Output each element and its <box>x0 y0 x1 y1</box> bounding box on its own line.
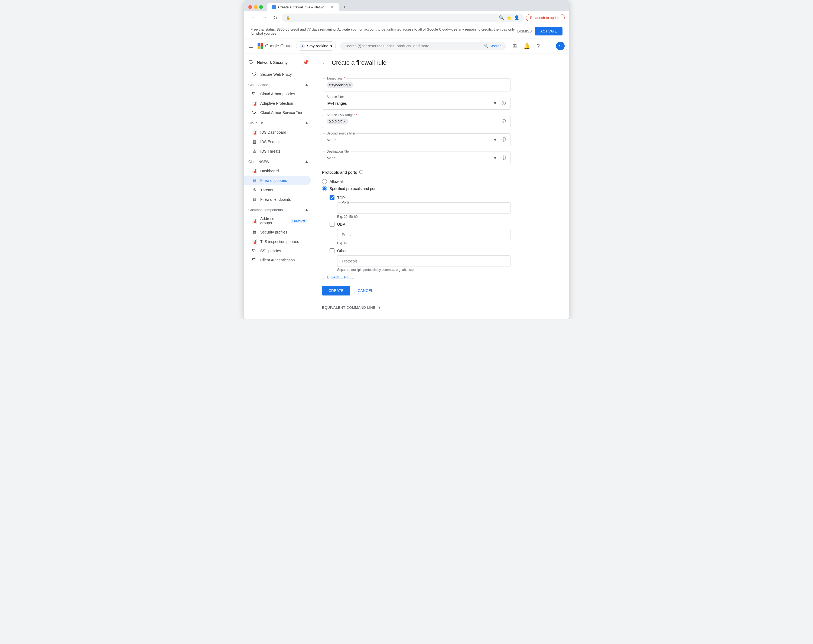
relaunch-button[interactable]: Relaunch to update <box>526 14 564 21</box>
specified-radio[interactable] <box>322 186 327 191</box>
address-bar-icons: 🔍 ⭐ 👤 <box>499 15 519 20</box>
top-search-input[interactable] <box>345 44 482 48</box>
user-avatar[interactable]: S <box>556 42 564 50</box>
destination-filter-box[interactable]: Destination filter None ▼ ⓘ <box>322 151 511 164</box>
disable-rule-link[interactable]: ⌄ DISABLE RULE <box>322 275 511 279</box>
source-filter-label: Source filter <box>325 95 345 99</box>
notification-icon[interactable]: 🔔 <box>522 41 532 51</box>
equivalent-command-line[interactable]: EQUIVALENT COMMAND LINE ▼ <box>322 302 511 313</box>
source-ipv4-remove-icon[interactable]: × <box>344 119 346 124</box>
cloud-armor-section-header[interactable]: Cloud Armor ▲ <box>244 80 313 89</box>
reload-button[interactable]: ↻ <box>271 14 279 22</box>
sidebar-item-tls-inspection[interactable]: 📊 TLS inspection policies <box>244 237 311 246</box>
profile-icon[interactable]: 👤 <box>514 15 519 20</box>
hamburger-icon[interactable]: ☰ <box>249 43 253 49</box>
tcp-ports-field[interactable]: Ports 9200 <box>337 202 511 214</box>
allow-all-radio[interactable] <box>322 179 327 184</box>
sidebar-item-address-groups[interactable]: 📊 Address groups PREVIEW <box>244 214 311 227</box>
firewall-policies-icon: ▦ <box>252 178 257 183</box>
protocols-help-icon[interactable]: ⓘ <box>359 170 363 175</box>
ids-threats-icon: ⚠ <box>252 148 257 154</box>
sidebar-item-security-profiles[interactable]: ▦ Security profiles <box>244 227 311 237</box>
common-components-section-header[interactable]: Common components ▲ <box>244 205 313 214</box>
udp-checkbox[interactable] <box>330 222 334 227</box>
sidebar-item-cloud-armor-policies[interactable]: 🛡 Cloud Armor policies <box>244 89 311 98</box>
pin-icon[interactable]: 📌 <box>303 60 309 66</box>
sidebar-item-cloud-armor-service-tier[interactable]: 🛡 Cloud Armor Service Tier <box>244 108 311 117</box>
target-tags-box[interactable]: Target tags staybooking × <box>322 78 511 92</box>
console-icon[interactable]: ⊞ <box>510 41 519 51</box>
tcp-checkbox[interactable] <box>330 195 334 200</box>
source-filter-box[interactable]: Source filter IPv4 ranges ▼ ⓘ <box>322 97 511 110</box>
new-tab-button[interactable]: + <box>341 4 348 10</box>
sidebar-item-threats[interactable]: ⚠ Threats <box>244 185 311 194</box>
source-filter-help-icon[interactable]: ⓘ <box>502 100 506 106</box>
maximize-dot[interactable] <box>259 5 263 9</box>
ids-dashboard-icon: 📊 <box>252 130 257 135</box>
udp-ports-input[interactable] <box>337 229 510 240</box>
page-header: ← Create a firewall rule <box>313 54 569 72</box>
create-button[interactable]: CREATE <box>322 286 350 295</box>
sidebar-item-client-authentication[interactable]: 🛡 Client Authentication <box>244 255 311 265</box>
second-source-box[interactable]: Second source filter None ▼ ⓘ <box>322 133 511 146</box>
top-search-bar[interactable]: 🔍 Search <box>340 42 506 50</box>
sidebar-item-firewall-policies[interactable]: ▦ Firewall policies <box>244 176 311 185</box>
source-ipv4-label-row: Source IPv4 ranges 0.0.0.0/0 × ⓘ <box>322 115 511 128</box>
sidebar-item-ids-dashboard[interactable]: 📊 IDS Dashboard <box>244 127 311 137</box>
second-source-help-icon[interactable]: ⓘ <box>502 137 506 142</box>
activate-button[interactable]: ACTIVATE <box>535 27 563 35</box>
forward-button[interactable]: → <box>260 14 269 21</box>
source-ipv4-box[interactable]: Source IPv4 ranges 0.0.0.0/0 × ⓘ <box>322 115 511 128</box>
main-content: ← Create a firewall rule Target tags sta… <box>313 54 569 319</box>
specified-radio-item[interactable]: Specified protocols and ports <box>322 186 511 191</box>
sidebar-item-ids-endpoints[interactable]: ▦ IDS Endpoints <box>244 137 311 146</box>
source-filter-label-row: Source filter IPv4 ranges ▼ ⓘ <box>322 97 511 110</box>
sidebar-item-ssl-policies[interactable]: 🛡 SSL policies <box>244 246 311 255</box>
sidebar-item-secure-web-proxy[interactable]: 🛡 Secure Web Proxy <box>244 70 311 79</box>
close-dot[interactable] <box>249 5 252 9</box>
cloud-ids-section-header[interactable]: Cloud IDS ▲ <box>244 118 313 127</box>
destination-filter-help-icon[interactable]: ⓘ <box>502 155 506 161</box>
sidebar-item-adaptive-protection[interactable]: 📊 Adaptive Protection <box>244 98 311 108</box>
minimize-dot[interactable] <box>254 5 258 9</box>
other-checkbox[interactable] <box>330 248 334 253</box>
back-button[interactable]: ← <box>249 14 258 21</box>
second-source-arrow-icon: ▼ <box>493 138 497 142</box>
dismiss-button[interactable]: DISMISS <box>517 29 532 33</box>
destination-filter-select[interactable]: None <box>327 156 491 160</box>
chip-remove-icon[interactable]: × <box>348 83 351 87</box>
cloud-ngfw-title: Cloud NGFW <box>249 160 269 164</box>
source-filter-select[interactable]: IPv4 ranges <box>327 101 491 106</box>
search-icon[interactable]: 🔍 <box>499 15 504 20</box>
url-input[interactable]: console.cloud.google.com/net-security/fi… <box>293 16 494 20</box>
sidebar-item-firewall-endpoints[interactable]: ▦ Firewall endpoints <box>244 194 311 204</box>
app-layout: Free trial status: $300.00 credit and 77… <box>244 24 569 319</box>
sidebar-item-ids-threats[interactable]: ⚠ IDS Threats <box>244 146 311 156</box>
browser-tab[interactable]: Create a firewall rule – Netwo… × <box>267 3 339 11</box>
bookmark-icon[interactable]: ⭐ <box>506 15 512 20</box>
cancel-button[interactable]: CANCEL <box>353 286 377 295</box>
tag-value: staybooking <box>329 83 347 87</box>
second-source-select[interactable]: None <box>327 138 491 142</box>
help-icon[interactable]: ? <box>535 41 542 51</box>
cloud-armor-policies-icon: 🛡 <box>252 92 257 96</box>
more-icon[interactable]: ⋮ <box>544 41 554 51</box>
disable-rule-label: DISABLE RULE <box>327 275 354 279</box>
tab-close-button[interactable]: × <box>330 5 334 9</box>
tcp-ports-input[interactable]: 9200 <box>337 203 510 214</box>
cloud-ngfw-section-header[interactable]: Cloud NGFW ▲ <box>244 157 313 166</box>
protocols-input[interactable] <box>337 256 510 266</box>
back-button[interactable]: ← <box>322 60 327 66</box>
sidebar-item-dashboard[interactable]: 📊 Dashboard <box>244 166 311 176</box>
ids-endpoints-icon: ▦ <box>252 139 257 144</box>
project-selector[interactable]: ✦ StayBooking ▾ <box>296 41 336 50</box>
trial-banner: Free trial status: $300.00 credit and 77… <box>244 24 569 38</box>
source-ipv4-help-icon[interactable]: ⓘ <box>502 119 506 124</box>
other-protocols-field[interactable] <box>337 255 511 267</box>
search-button[interactable]: 🔍 Search <box>484 44 502 48</box>
address-bar[interactable]: 🔒 console.cloud.google.com/net-security/… <box>282 14 524 22</box>
cloud-ids-arrow: ▲ <box>304 121 309 125</box>
allow-all-radio-item[interactable]: Allow all <box>322 179 511 184</box>
udp-ports-field[interactable] <box>337 229 511 240</box>
search-icon: 🔍 <box>484 44 489 48</box>
